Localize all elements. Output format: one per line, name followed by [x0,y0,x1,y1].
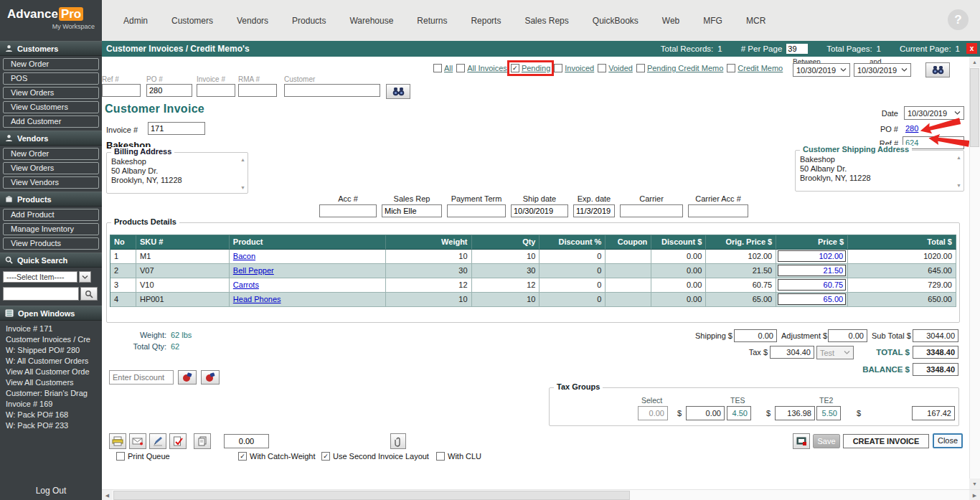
adjustment-input[interactable]: 0.00 [828,329,867,342]
print-button[interactable] [109,433,126,449]
open-window-item[interactable]: W: Shipped PO# 280 [0,345,102,356]
scroll-down-icon[interactable]: ▼ [956,183,961,188]
copy-button[interactable] [194,433,211,449]
checkbox[interactable]: ✓ [511,64,519,72]
search-input-invoice[interactable] [197,84,235,97]
sidebar-item-add-product[interactable]: Add Product [3,209,99,221]
nav-mcr[interactable]: MCR [746,16,765,26]
tax-input[interactable]: 304.40 [770,346,814,359]
create-invoice-button[interactable]: CREATE INVOICE [843,434,929,448]
product-link[interactable]: Carrots [233,280,259,289]
amount-input[interactable] [224,434,269,448]
nav-vendors[interactable]: Vendors [237,16,268,26]
sidebar-item-view-orders[interactable]: View Orders [3,87,99,99]
scroll-right-icon[interactable]: ▶ [969,490,980,500]
with-clu-checkbox[interactable]: With CLU [436,452,481,461]
close-icon[interactable]: x [966,43,977,54]
email-button[interactable] [129,433,146,449]
sidebar-item-view-vendors[interactable]: View Vendors [3,176,99,189]
nav-sales-reps[interactable]: Sales Reps [524,16,568,26]
invoice-number-input[interactable] [148,122,205,135]
sidebar-item-new-order[interactable]: New Order [3,58,99,70]
attachment-button[interactable] [390,433,406,449]
price-input[interactable]: 102.00 [778,250,846,262]
sidebar-item-view-products[interactable]: View Products [3,237,99,250]
order-input-ship-date[interactable] [511,204,568,217]
open-window-item[interactable]: Invoice # 171 [0,324,102,334]
remove-discount-icon[interactable] [201,370,220,385]
open-window-item[interactable]: View All Customers [0,377,102,388]
price-input[interactable]: 60.75 [778,279,846,291]
horizontal-scrollbar[interactable]: ◀ ▶ [102,489,980,500]
scrollbar-thumb[interactable] [970,68,979,147]
tes-amount-input[interactable]: 136.98 [775,406,815,420]
verify-button[interactable] [169,433,187,449]
price-input[interactable]: 65.00 [778,293,846,305]
quick-search-dropdown-button[interactable] [79,271,91,283]
date-to-select[interactable]: 10/30/2019 [854,63,911,77]
scroll-down-icon[interactable]: ▼ [240,185,245,190]
checkbox[interactable]: ✓ [321,452,330,461]
checkbox[interactable] [436,452,445,461]
product-link[interactable]: Bell Pepper [233,266,274,275]
order-input-carrier[interactable] [620,204,683,217]
second-layout-checkbox[interactable]: ✓Use Second Invoice Layout [321,452,429,461]
vertical-scrollbar[interactable]: ▲ ▼ [969,57,980,489]
filter-voided[interactable]: Voided [598,64,633,72]
tax-amount-a-input[interactable]: 0.00 [686,406,725,420]
sidebar-item-view-customers[interactable]: View Customers [3,101,99,113]
scroll-down-icon[interactable]: ▼ [969,478,980,489]
record-search-button[interactable] [386,84,410,99]
sidebar-item-new-order[interactable]: New Order [3,148,99,160]
print-invoice-button[interactable] [793,433,810,449]
scroll-up-icon[interactable]: ▲ [956,155,961,160]
scrollbar-thumb[interactable] [113,491,630,500]
nav-reports[interactable]: Reports [471,16,501,26]
open-window-item[interactable]: Customer: Brian's Drag [0,388,102,399]
per-page-input[interactable] [786,44,808,54]
quick-search-button[interactable] [80,287,98,301]
apply-discount-icon[interactable] [178,370,197,385]
search-input-customer[interactable] [284,84,380,97]
scroll-left-icon[interactable]: ◀ [102,490,113,500]
close-button[interactable]: Close [933,433,963,448]
quick-search-input[interactable] [3,287,79,301]
order-input-sales-rep[interactable] [382,204,442,217]
sidebar-item-add-customer[interactable]: Add Customer [3,115,99,128]
checkbox[interactable]: ✓ [238,452,247,461]
scroll-up-icon[interactable]: ▲ [969,57,980,67]
logout-button[interactable]: Log Out [0,486,102,496]
sidebar-item-pos[interactable]: POS [3,72,99,85]
filter-all[interactable]: All [433,64,453,72]
discount-input[interactable] [109,370,174,385]
order-input-acc[interactable] [319,204,377,217]
open-window-item[interactable]: Invoice # 169 [0,399,102,410]
catch-weight-checkbox[interactable]: ✓With Catch-Weight [238,452,316,461]
scroll-up-icon[interactable]: ▲ [240,157,245,162]
te2-rate-input[interactable]: 5.50 [816,406,841,420]
checkbox[interactable] [433,64,442,72]
sidebar-item-manage-inventory[interactable]: Manage Inventory [3,223,99,235]
nav-customers[interactable]: Customers [171,16,213,26]
search-input-ref[interactable] [102,84,141,97]
date-from-select[interactable]: 10/30/2019 [793,63,850,77]
search-input-po[interactable] [146,84,192,97]
price-input[interactable]: 21.50 [778,265,846,276]
checkbox[interactable] [636,64,645,72]
search-input-rma[interactable] [238,84,277,97]
filter-invoiced[interactable]: Invoiced [554,64,594,72]
po-link[interactable]: 280 [905,124,918,133]
open-window-item[interactable]: W: Pack PO# 168 [0,410,102,420]
signature-button[interactable] [149,433,166,449]
print-queue-checkbox[interactable]: Print Queue [116,452,170,461]
filter-pending-credit-memo[interactable]: Pending Credit Memo [636,64,723,72]
checkbox[interactable] [116,452,125,461]
nav-quickbooks[interactable]: QuickBooks [593,16,639,26]
open-window-item[interactable]: W: All Customer Orders [0,356,102,367]
checkbox[interactable] [554,64,562,72]
nav-admin[interactable]: Admin [123,16,148,26]
tes-rate-input[interactable]: 4.50 [727,406,751,420]
filter-all-invoices[interactable]: All Invoices [456,64,507,72]
open-window-item[interactable]: Customer Invoices / Cre [0,334,102,345]
checkbox[interactable] [727,64,735,72]
